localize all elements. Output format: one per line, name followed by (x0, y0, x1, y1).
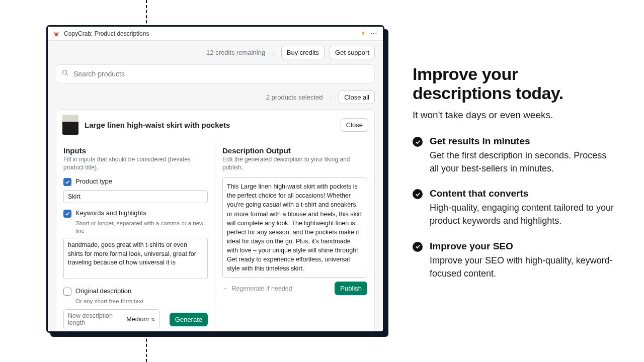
hero-subtext: It won't take days or even weeks. (413, 110, 614, 121)
selection-bar: 2 products selected · Close all (56, 90, 375, 104)
inputs-panel: Inputs Fill in inputs that should be con… (56, 140, 215, 333)
feature-desc: High-quality, engaging content tailored … (430, 201, 614, 227)
separator-dot: · (330, 94, 332, 101)
feature-title: Content that converts (430, 188, 614, 199)
feature-bullet: Improve your SEO Improve your SEO with h… (413, 241, 614, 280)
description-output[interactable]: This Large linen high-waist skirt with p… (222, 177, 367, 278)
feature-title: Improve your SEO (430, 241, 614, 252)
regenerate-label: Regenerate if needed (232, 285, 292, 292)
output-panel: Description Output Edit the generated de… (215, 140, 374, 333)
inputs-heading: Inputs (63, 146, 208, 155)
feature-bullet: Get results in minutes Get the first des… (413, 136, 614, 175)
close-all-button[interactable]: Close all (339, 90, 375, 104)
hero-headline: Improve your descriptions today. (413, 64, 614, 103)
separator-dot: · (272, 49, 274, 56)
app-icon (53, 30, 60, 37)
checkmark-icon (413, 189, 423, 199)
keywords-hint: Short or longer, separated with a comma … (75, 220, 208, 235)
search-bar[interactable] (56, 64, 375, 83)
close-button[interactable]: Close (341, 118, 368, 132)
buy-credits-button[interactable]: Buy credits (281, 46, 325, 59)
publish-button[interactable]: Publish (335, 282, 367, 295)
marketing-copy: Improve your descriptions today. It won'… (413, 64, 614, 293)
app-window: CopyCrab: Product descriptions ··· 12 cr… (46, 25, 384, 333)
output-subtext: Edit the generated description to your l… (222, 156, 367, 171)
generate-button[interactable]: Generate (170, 313, 208, 326)
keywords-checkbox[interactable] (63, 210, 71, 218)
search-input[interactable] (73, 70, 369, 78)
original-description-label: Original description (75, 287, 131, 295)
header-bar: 12 credits remaining · Buy credits Get s… (56, 46, 375, 59)
original-description-hint: Or any short free-form text (75, 298, 208, 305)
keywords-input[interactable] (63, 238, 208, 279)
svg-point-1 (63, 70, 67, 74)
products-selected-text: 2 products selected (266, 94, 323, 101)
product-title: Large linen high-waist skirt with pocket… (85, 121, 335, 129)
original-description-checkbox[interactable] (63, 288, 71, 296)
keywords-label: Keywords and highlights (75, 209, 146, 217)
window-titlebar: CopyCrab: Product descriptions ··· (48, 27, 383, 41)
svg-line-2 (66, 74, 68, 75)
product-type-input[interactable] (63, 190, 208, 203)
feature-title: Get results in minutes (430, 136, 614, 147)
feature-desc: Get the first description in seconds. Pr… (430, 149, 614, 175)
credits-remaining: 12 credits remaining (206, 49, 265, 56)
length-value: Medium (126, 316, 148, 323)
product-type-label: Product type (75, 177, 112, 185)
pin-icon[interactable] (360, 30, 367, 37)
inputs-subtext: Fill in inputs that should be considered… (63, 156, 208, 171)
feature-bullet: Content that converts High-quality, enga… (413, 188, 614, 227)
more-icon[interactable]: ··· (371, 30, 378, 37)
feature-desc: Improve your SEO with high-quality, keyw… (430, 254, 614, 280)
regenerate-link[interactable]: ← Regenerate if needed (222, 285, 292, 292)
chevron-updown-icon: ⇅ (151, 317, 155, 322)
output-heading: Description Output (222, 146, 367, 155)
product-card: Large linen high-waist skirt with pocket… (56, 109, 375, 333)
product-thumbnail (62, 115, 78, 135)
arrow-left-icon: ← (222, 285, 229, 292)
checkmark-icon (413, 242, 423, 252)
length-label: New description length (68, 312, 121, 326)
svg-point-0 (55, 32, 58, 36)
get-support-button[interactable]: Get support (330, 46, 375, 59)
window-title: CopyCrab: Product descriptions (64, 30, 149, 37)
description-length-select[interactable]: New description length Medium ⇅ (63, 309, 159, 329)
checkmark-icon (413, 137, 423, 147)
search-icon (61, 69, 69, 79)
product-type-checkbox[interactable] (63, 178, 71, 186)
